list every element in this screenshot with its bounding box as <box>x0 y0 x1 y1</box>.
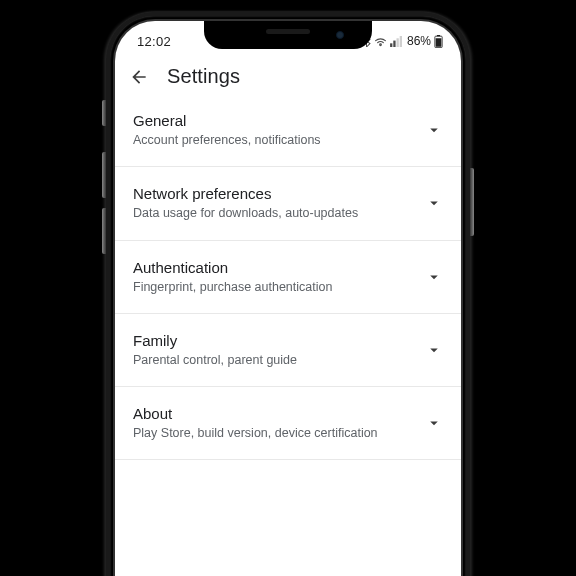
wifi-icon <box>374 36 387 47</box>
item-subtitle: Account preferences, notifications <box>133 132 417 148</box>
chevron-down-icon <box>425 414 443 432</box>
chevron-down-icon <box>425 341 443 359</box>
item-title: Authentication <box>133 259 417 276</box>
notch <box>204 21 372 49</box>
front-camera <box>336 31 344 39</box>
svg-rect-1 <box>393 40 395 46</box>
settings-item-network[interactable]: Network preferences Data usage for downl… <box>115 167 461 240</box>
battery-icon <box>434 35 443 48</box>
item-title: Family <box>133 332 417 349</box>
item-subtitle: Parental control, parent guide <box>133 352 417 368</box>
item-text: General Account preferences, notificatio… <box>133 112 417 148</box>
settings-item-authentication[interactable]: Authentication Fingerprint, purchase aut… <box>115 241 461 314</box>
page-title: Settings <box>167 65 240 88</box>
arrow-back-icon <box>129 67 149 87</box>
mute-switch <box>102 100 106 126</box>
power-button <box>470 168 474 236</box>
settings-item-general[interactable]: General Account preferences, notificatio… <box>115 100 461 167</box>
chevron-down-icon <box>425 268 443 286</box>
item-title: About <box>133 405 417 422</box>
signal-icon <box>390 36 403 47</box>
phone-frame: 12:02 86% Settings General Account prefe… <box>106 12 470 576</box>
svg-rect-2 <box>396 38 398 47</box>
app-bar: Settings <box>115 53 461 100</box>
chevron-down-icon <box>425 194 443 212</box>
volume-up-button <box>102 152 106 198</box>
volume-down-button <box>102 208 106 254</box>
item-text: Family Parental control, parent guide <box>133 332 417 368</box>
speaker-slit <box>266 29 310 34</box>
item-subtitle: Play Store, build version, device certif… <box>133 425 417 441</box>
svg-rect-0 <box>390 43 392 47</box>
screen: 12:02 86% Settings General Account prefe… <box>115 21 461 576</box>
svg-rect-3 <box>400 36 402 47</box>
settings-item-family[interactable]: Family Parental control, parent guide <box>115 314 461 387</box>
item-text: Network preferences Data usage for downl… <box>133 185 417 221</box>
status-time: 12:02 <box>137 34 171 49</box>
settings-item-about[interactable]: About Play Store, build version, device … <box>115 387 461 460</box>
item-title: General <box>133 112 417 129</box>
battery-percent: 86% <box>407 34 431 48</box>
item-text: About Play Store, build version, device … <box>133 405 417 441</box>
svg-rect-6 <box>436 38 442 47</box>
item-title: Network preferences <box>133 185 417 202</box>
back-button[interactable] <box>129 67 149 87</box>
item-subtitle: Fingerprint, purchase authentication <box>133 279 417 295</box>
settings-list: General Account preferences, notificatio… <box>115 100 461 460</box>
status-indicators: 86% <box>362 34 443 48</box>
chevron-down-icon <box>425 121 443 139</box>
item-subtitle: Data usage for downloads, auto-updates <box>133 205 417 221</box>
item-text: Authentication Fingerprint, purchase aut… <box>133 259 417 295</box>
